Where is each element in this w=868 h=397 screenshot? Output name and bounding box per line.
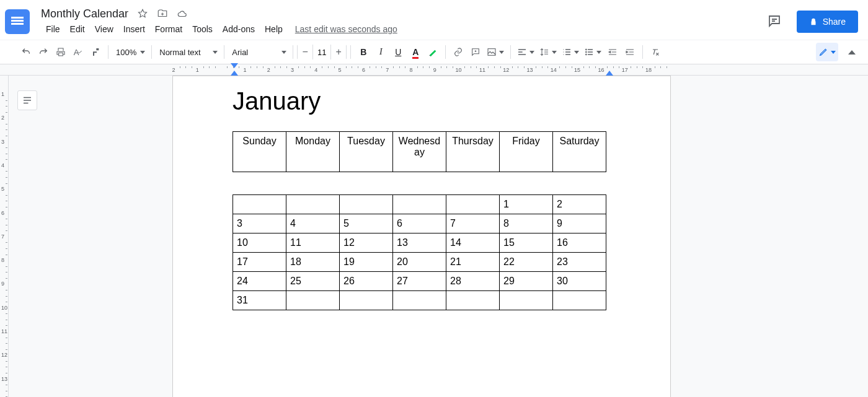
- menu-help[interactable]: Help: [260, 22, 288, 37]
- star-icon[interactable]: [137, 8, 148, 19]
- align-dropdown[interactable]: [515, 43, 537, 61]
- calendar-row[interactable]: 24252627282930: [233, 272, 606, 291]
- document-outline-button[interactable]: [17, 90, 37, 110]
- docs-app-icon[interactable]: [5, 9, 30, 34]
- underline-button[interactable]: U: [389, 43, 407, 61]
- calendar-cell[interactable]: 26: [340, 272, 393, 291]
- menu-file[interactable]: File: [41, 22, 65, 37]
- zoom-dropdown[interactable]: 100%: [112, 43, 148, 61]
- calendar-row[interactable]: 17181920212223: [233, 253, 606, 272]
- indent-left-marker[interactable]: [231, 71, 238, 76]
- highlight-button[interactable]: [424, 43, 441, 61]
- calendar-cell[interactable]: 1: [500, 195, 553, 214]
- menu-insert[interactable]: Insert: [118, 22, 150, 37]
- calendar-cell[interactable]: [393, 195, 446, 214]
- comments-icon[interactable]: [767, 14, 782, 30]
- menu-edit[interactable]: Edit: [65, 22, 90, 37]
- editing-mode-dropdown[interactable]: [816, 43, 838, 61]
- calendar-cell[interactable]: 19: [340, 253, 393, 272]
- calendar-cell[interactable]: 5: [340, 214, 393, 233]
- day-header-cell[interactable]: Sunday: [233, 132, 286, 172]
- calendar-cell[interactable]: 21: [446, 253, 500, 272]
- last-edit-link[interactable]: Last edit was seconds ago: [295, 24, 397, 34]
- calendar-cell[interactable]: 2: [553, 195, 606, 214]
- clear-formatting-button[interactable]: [647, 43, 664, 61]
- calendar-cell[interactable]: 11: [286, 233, 340, 253]
- calendar-cell[interactable]: 27: [393, 272, 446, 291]
- calendar-cell[interactable]: 31: [233, 291, 286, 310]
- line-spacing-dropdown[interactable]: [537, 43, 559, 61]
- calendar-cell[interactable]: [393, 291, 446, 310]
- calendar-row[interactable]: 31: [233, 291, 606, 310]
- menu-view[interactable]: View: [90, 22, 118, 37]
- calendar-cell[interactable]: [340, 291, 393, 310]
- calendar-row[interactable]: 3456789: [233, 214, 606, 233]
- calendar-header-table[interactable]: SundayMondayTuesdayWednesd ayThursdayFri…: [232, 131, 606, 172]
- numbered-list-dropdown[interactable]: [559, 43, 582, 61]
- calendar-cell[interactable]: 4: [286, 214, 340, 233]
- calendar-cell[interactable]: 23: [553, 253, 606, 272]
- calendar-cell[interactable]: [340, 195, 393, 214]
- calendar-cell[interactable]: 15: [500, 233, 553, 253]
- calendar-cell[interactable]: [286, 195, 340, 214]
- bulleted-list-dropdown[interactable]: [582, 43, 604, 61]
- paint-format-button[interactable]: [87, 43, 104, 61]
- calendar-cell[interactable]: [553, 291, 606, 310]
- document-heading[interactable]: January: [232, 87, 611, 115]
- share-button[interactable]: Share: [797, 11, 858, 33]
- text-color-button[interactable]: A: [407, 43, 424, 61]
- calendar-cell[interactable]: 20: [393, 253, 446, 272]
- undo-button[interactable]: [17, 43, 35, 61]
- cloud-status-icon[interactable]: [177, 8, 188, 19]
- italic-button[interactable]: I: [372, 43, 389, 61]
- calendar-cell[interactable]: 17: [233, 253, 286, 272]
- days-header-row[interactable]: SundayMondayTuesdayWednesd ayThursdayFri…: [233, 132, 606, 172]
- calendar-cell[interactable]: 18: [286, 253, 340, 272]
- calendar-cell[interactable]: 24: [233, 272, 286, 291]
- vertical-ruler[interactable]: 12345678910111213: [0, 76, 9, 397]
- menu-addons[interactable]: Add-ons: [218, 22, 260, 37]
- hide-menus-button[interactable]: [848, 50, 856, 55]
- calendar-cell[interactable]: 12: [340, 233, 393, 253]
- font-dropdown[interactable]: Arial: [228, 43, 289, 61]
- bold-button[interactable]: B: [355, 43, 372, 61]
- menu-tools[interactable]: Tools: [187, 22, 218, 37]
- calendar-cell[interactable]: 28: [446, 272, 500, 291]
- horizontal-ruler[interactable]: 21123456789101112131415161718: [0, 64, 868, 76]
- calendar-cell[interactable]: [233, 195, 286, 214]
- font-size-decrease[interactable]: −: [298, 45, 312, 59]
- style-dropdown[interactable]: Normal text: [156, 43, 220, 61]
- calendar-cell[interactable]: 6: [393, 214, 446, 233]
- calendar-cell[interactable]: 3: [233, 214, 286, 233]
- move-icon[interactable]: [157, 8, 168, 19]
- insert-comment-button[interactable]: [467, 43, 484, 61]
- calendar-cell[interactable]: 16: [553, 233, 606, 253]
- day-header-cell[interactable]: Friday: [500, 132, 553, 172]
- insert-image-dropdown[interactable]: [484, 43, 507, 61]
- calendar-cell[interactable]: 22: [500, 253, 553, 272]
- calendar-cell[interactable]: 7: [446, 214, 500, 233]
- day-header-cell[interactable]: Thursday: [446, 132, 500, 172]
- day-header-cell[interactable]: Tuesday: [340, 132, 393, 172]
- spellcheck-button[interactable]: A: [69, 43, 87, 61]
- calendar-cell[interactable]: 14: [446, 233, 500, 253]
- calendar-cell[interactable]: 29: [500, 272, 553, 291]
- calendar-cell[interactable]: 30: [553, 272, 606, 291]
- day-header-cell[interactable]: Saturday: [553, 132, 606, 172]
- calendar-body-table[interactable]: 1234567891011121314151617181920212223242…: [232, 194, 606, 310]
- indent-first-line-marker[interactable]: [231, 63, 238, 68]
- insert-link-button[interactable]: [450, 43, 467, 61]
- page-content[interactable]: January SundayMondayTuesdayWednesd ayThu…: [232, 87, 611, 310]
- calendar-cell[interactable]: 25: [286, 272, 340, 291]
- indent-right-marker[interactable]: [606, 71, 613, 76]
- menu-format[interactable]: Format: [150, 22, 187, 37]
- day-header-cell[interactable]: Wednesd ay: [393, 132, 446, 172]
- calendar-cell[interactable]: [446, 195, 500, 214]
- calendar-cell[interactable]: 13: [393, 233, 446, 253]
- calendar-cell[interactable]: 9: [553, 214, 606, 233]
- redo-button[interactable]: [35, 43, 52, 61]
- calendar-cell[interactable]: 10: [233, 233, 286, 253]
- day-header-cell[interactable]: Monday: [286, 132, 340, 172]
- calendar-cell[interactable]: [500, 291, 553, 310]
- font-size-increase[interactable]: +: [331, 45, 346, 59]
